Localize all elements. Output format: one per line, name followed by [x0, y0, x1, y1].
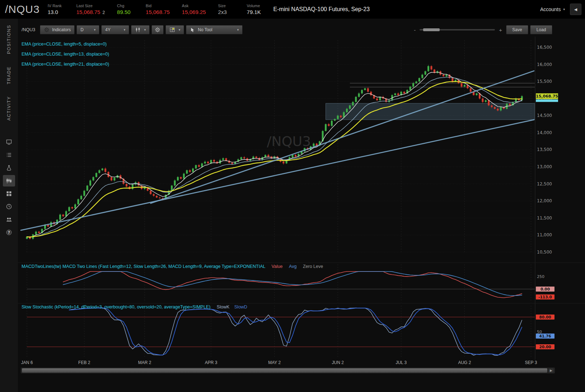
sidebar-tab-activity[interactable]: ACTIVITY	[0, 90, 18, 127]
drawing-tool-dropdown[interactable]: No Tool ▾	[186, 25, 243, 34]
quote-field-value: 89.50	[117, 9, 131, 15]
svg-text:0.00: 0.00	[540, 287, 550, 291]
quote-field-label: Bid	[146, 4, 170, 8]
gear-icon	[155, 27, 160, 33]
quote-field-ask: Ask15,069.25	[182, 4, 206, 15]
drawing-tool-value: No Tool	[198, 27, 234, 32]
chevron-down-icon: ▾	[124, 28, 126, 32]
stoch-d-label: SlowD	[234, 304, 247, 310]
quote-field-label: Chg	[117, 4, 134, 8]
zoom-in-button[interactable]: +	[497, 27, 504, 33]
svg-text:14,000: 14,000	[537, 130, 552, 135]
ema-study-labels: EMA (price=CLOSE, length=5, displace=0) …	[22, 39, 109, 69]
x-axis-label: JUL 3	[396, 360, 407, 365]
chart-symbol-label[interactable]: /NQU3	[20, 27, 38, 32]
chart-workspace: /NQU3 Indicators D ▾ 4Y ▾ ▾ ▾	[18, 19, 585, 392]
stoch-panel[interactable]: 5080.0041.7620.00	[18, 303, 585, 360]
ema5-label[interactable]: EMA (price=CLOSE, length=5, displace=0)	[22, 39, 109, 49]
trading-app-window: /NQU3 IV Rank13.0Last Size15,068.752Chg8…	[0, 0, 585, 392]
ema21-label[interactable]: EMA (price=CLOSE, length=21, displace=0)	[22, 59, 109, 69]
x-axis-label: AUG 2	[458, 360, 471, 365]
collapse-panel-button[interactable]: ◀	[570, 4, 581, 15]
x-axis-label: SEP 3	[525, 360, 537, 365]
quote-field-label: Last Size	[76, 4, 105, 8]
svg-text:15,068.75: 15,068.75	[536, 94, 558, 99]
macd-value-label: Value	[272, 264, 283, 269]
stoch-title: Slow Stochastic (kPeriod=14, dPeriod=3, …	[22, 304, 210, 310]
load-button[interactable]: Load	[530, 25, 552, 34]
quote-field-label: IV Rank	[48, 4, 64, 8]
x-axis-label: FEB 2	[78, 360, 90, 365]
sidebar-chart-icon[interactable]	[3, 175, 15, 186]
svg-text:16,500: 16,500	[537, 45, 552, 50]
sidebar-tab-label: POSITIONS	[6, 25, 11, 54]
scroll-right-arrow-icon[interactable]: ▶	[548, 368, 554, 373]
macd-zero-label: Zero Leve	[303, 264, 323, 269]
quote-field-value: 2x3	[218, 9, 227, 15]
timeframe-dropdown[interactable]: D ▾	[76, 25, 99, 34]
quote-field-value: 15,068.75	[76, 9, 100, 15]
sidebar-people-icon[interactable]	[3, 214, 15, 225]
sidebar: POSITIONSTRADEACTIVITY ?	[0, 19, 18, 392]
quote-field-last-size: Last Size15,068.752	[76, 4, 105, 15]
quote-field-bid: Bid15,068.75	[146, 4, 170, 15]
svg-text:20.00: 20.00	[539, 345, 551, 349]
zoom-slider[interactable]	[420, 29, 495, 30]
quote-field-iv-rank: IV Rank13.0	[48, 4, 64, 15]
price-chart[interactable]: /NQU316,50016,00015,50015,00014,50014,00…	[18, 37, 585, 263]
range-value: 4Y	[105, 27, 111, 32]
chevron-down-icon: ▾	[179, 28, 181, 32]
svg-text:-113.0: -113.0	[538, 295, 552, 299]
symbol-title: /NQU3	[0, 3, 48, 15]
chart-scrollbar-handle[interactable]	[22, 368, 547, 373]
svg-text:250: 250	[537, 274, 544, 279]
sidebar-tab-positions[interactable]: POSITIONS	[0, 19, 18, 60]
svg-text:15,500: 15,500	[537, 79, 552, 84]
chart-scrollbar[interactable]: ▶	[21, 368, 555, 373]
sidebar-tab-label: ACTIVITY	[6, 96, 11, 121]
svg-text:13,500: 13,500	[537, 147, 552, 152]
svg-text:11,500: 11,500	[537, 216, 552, 221]
quote-field-chg: Chg89.50	[117, 4, 134, 15]
sidebar-watchlist-icon[interactable]	[3, 149, 15, 161]
zoom-slider-handle[interactable]	[423, 28, 440, 31]
macd-title: MACDTwoLines(tw) MACD Two Lines (Fast Le…	[22, 264, 265, 269]
svg-text:80.00: 80.00	[539, 315, 551, 319]
grid-layout-dropdown[interactable]: ▾	[165, 25, 184, 34]
stoch-study-label[interactable]: Slow Stochastic (kPeriod=14, dPeriod=3, …	[22, 304, 247, 310]
quote-field-size: Size2x3	[218, 4, 235, 15]
time-axis: JAN 6FEB 2MAR 2APR 3MAY 2JUN 2JUL 3AUG 2…	[18, 360, 585, 367]
indicators-label: Indicators	[52, 27, 71, 32]
chevron-down-icon: ▾	[94, 28, 96, 32]
quote-header: /NQU3 IV Rank13.0Last Size15,068.752Chg8…	[0, 0, 585, 19]
quote-fields: IV Rank13.0Last Size15,068.752Chg89.50Bi…	[48, 4, 263, 15]
svg-text:41.76: 41.76	[539, 334, 551, 338]
stoch-k-label: SlowK	[217, 304, 229, 310]
chevron-left-icon: ◀	[574, 7, 577, 12]
sidebar-tab-trade[interactable]: TRADE	[0, 60, 18, 90]
sidebar-clock-icon[interactable]	[3, 201, 15, 212]
svg-text:?: ?	[8, 230, 10, 234]
accounts-menu[interactable]: Accounts ▾	[540, 6, 565, 12]
candlestick-icon	[135, 27, 141, 33]
ema13-label[interactable]: EMA (price=CLOSE, length=13, displace=0)	[22, 49, 109, 59]
zoom-out-button[interactable]: -	[412, 27, 418, 33]
svg-text:16,000: 16,000	[537, 62, 552, 67]
save-button[interactable]: Save	[506, 25, 528, 34]
sidebar-grid-icon[interactable]	[3, 188, 15, 199]
cursor-icon	[190, 27, 195, 33]
indicators-button[interactable]: Indicators	[40, 25, 75, 34]
sidebar-help-icon[interactable]: ?	[3, 227, 15, 238]
svg-text:10,500: 10,500	[537, 250, 552, 255]
sidebar-monitor-icon[interactable]	[3, 136, 15, 148]
sidebar-flask-icon[interactable]	[3, 162, 15, 174]
chart-type-dropdown[interactable]: ▾	[131, 25, 150, 34]
macd-study-label[interactable]: MACDTwoLines(tw) MACD Two Lines (Fast Le…	[22, 264, 323, 269]
timeframe-value: D	[80, 27, 84, 32]
quote-field-size: 2	[102, 10, 105, 15]
chart-settings-button[interactable]	[151, 25, 164, 34]
quote-field-label: Volume	[247, 4, 263, 8]
quote-field-value: 15,068.75	[146, 9, 170, 15]
x-axis-label: JAN 6	[21, 360, 33, 365]
range-dropdown[interactable]: 4Y ▾	[101, 25, 129, 34]
